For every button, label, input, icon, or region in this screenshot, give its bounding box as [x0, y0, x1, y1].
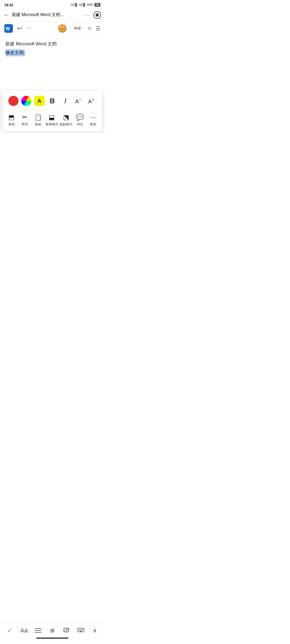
paste-format-icon: ⬔	[63, 114, 69, 121]
record-inner	[96, 13, 99, 17]
font-highlight-button[interactable]: A	[34, 95, 45, 107]
copy-action[interactable]: ⬒ 复制	[6, 114, 17, 127]
copy-format-action[interactable]: ⬓ 复制格式	[45, 114, 58, 127]
selected-text[interactable]: 修改文档	[5, 49, 24, 56]
share-button[interactable]: ⎋	[88, 25, 91, 31]
comment-label: 评论	[77, 122, 83, 127]
status-right: HD▌ HD▌ WiFi 75	[71, 3, 100, 7]
wps-logo: W	[4, 24, 13, 33]
text-color-picker-button[interactable]	[20, 95, 32, 107]
document-area: 新建 Microsoft Word 文档 修改文档	[0, 35, 105, 89]
copy-label: 复制	[8, 122, 15, 127]
bold-button[interactable]: B	[46, 95, 58, 107]
back-button[interactable]: ←	[4, 12, 10, 19]
comment-action[interactable]: 💬 评论	[74, 114, 86, 127]
more-options-button[interactable]: ···	[84, 12, 90, 18]
hamburger-menu-button[interactable]: ☰	[96, 25, 100, 32]
context-menu: A B I A− A+ ⬒ 复制 ✂ 剪切 📋 粘贴 ⬓ 复	[3, 90, 102, 131]
battery-indicator: 75	[95, 3, 100, 7]
highlight-red-button[interactable]	[8, 95, 19, 107]
copy-format-icon: ⬓	[49, 114, 55, 121]
redo-button[interactable]: ↪	[26, 25, 31, 32]
copy-format-label: 复制格式	[45, 122, 58, 127]
record-button[interactable]	[93, 11, 101, 19]
context-menu-formatting-row: A B I A− A+	[3, 93, 102, 110]
bold-icon: B	[50, 97, 55, 105]
signal-icon: HD▌	[71, 3, 78, 7]
report-button[interactable]: 举报	[71, 25, 84, 32]
nav-bar: ← 新建 Microsoft Word 文档… ···	[0, 9, 105, 21]
paste-icon: 📋	[34, 114, 42, 121]
document-body[interactable]	[0, 133, 105, 294]
cut-label: 剪切	[21, 122, 28, 127]
paste-format-label: 粘贴格式	[60, 122, 73, 127]
italic-button[interactable]: I	[59, 95, 71, 107]
editor-toolbar: W ↩ ↪ 🐱 举报 ⎋ ☰	[0, 21, 105, 35]
status-bar: 19:22 HD▌ HD▌ WiFi 75	[0, 0, 105, 9]
italic-icon: I	[64, 97, 66, 105]
document-heading: 新建 Microsoft Word 文档	[5, 41, 99, 47]
more-action[interactable]: ··· 更多	[87, 114, 99, 127]
user-avatar: 🐱	[58, 24, 67, 33]
signal2-icon: HD▌	[79, 3, 86, 7]
font-size-up-icon: A+	[88, 97, 94, 105]
copy-icon: ⬒	[8, 114, 15, 121]
undo-button[interactable]: ↩	[17, 25, 22, 32]
paste-format-action[interactable]: ⬔ 粘贴格式	[60, 114, 73, 127]
cut-action[interactable]: ✂ 剪切	[19, 114, 31, 127]
font-color-icon: A	[34, 96, 45, 106]
paste-label: 粘贴	[35, 122, 41, 127]
document-title: 新建 Microsoft Word 文档…	[12, 12, 84, 18]
font-size-increase-button[interactable]: A+	[85, 95, 97, 107]
font-color-char: A	[37, 98, 41, 104]
paste-action[interactable]: 📋 粘贴	[32, 114, 44, 127]
wifi-icon: WiFi	[87, 3, 93, 7]
svg-text:W: W	[5, 26, 10, 31]
color-wheel-icon	[21, 96, 31, 106]
nav-right-buttons: ···	[84, 11, 101, 19]
font-size-down-icon: A−	[75, 97, 81, 105]
status-time: 19:22	[4, 3, 13, 7]
more-label: 更多	[90, 122, 96, 127]
context-menu-actions-row: ⬒ 复制 ✂ 剪切 📋 粘贴 ⬓ 复制格式 ⬔ 粘贴格式 💬 评论 ··· 更多	[3, 110, 102, 129]
more-icon: ···	[90, 114, 96, 121]
cut-icon: ✂	[22, 114, 27, 121]
selected-text-region[interactable]: 修改文档	[5, 49, 99, 56]
red-dot-icon	[8, 96, 19, 106]
comment-icon: 💬	[76, 114, 84, 121]
text-cursor	[24, 50, 24, 56]
font-size-decrease-button[interactable]: A−	[73, 95, 84, 107]
